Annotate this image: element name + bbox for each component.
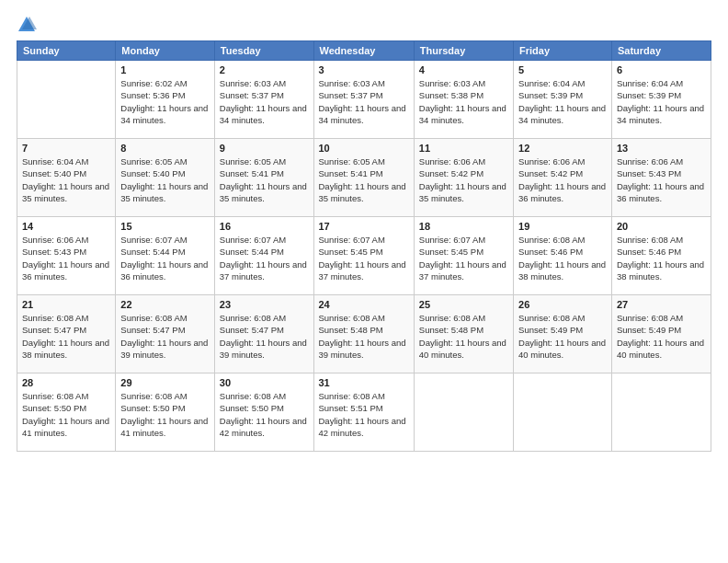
day-detail: Sunrise: 6:08 AMSunset: 5:51 PMDaylight:… — [319, 390, 409, 439]
week-row-3: 14Sunrise: 6:06 AMSunset: 5:43 PMDayligh… — [17, 217, 711, 295]
day-cell: 29Sunrise: 6:08 AMSunset: 5:50 PMDayligh… — [116, 373, 214, 452]
day-number: 10 — [319, 143, 409, 154]
day-number: 22 — [120, 299, 209, 310]
day-detail: Sunrise: 6:04 AMSunset: 5:39 PMDaylight:… — [518, 77, 607, 126]
week-row-5: 28Sunrise: 6:08 AMSunset: 5:50 PMDayligh… — [17, 373, 711, 452]
day-cell: 17Sunrise: 6:07 AMSunset: 5:45 PMDayligh… — [313, 217, 414, 295]
day-detail: Sunrise: 6:06 AMSunset: 5:42 PMDaylight:… — [419, 155, 508, 204]
day-number: 12 — [518, 143, 607, 154]
day-number: 30 — [220, 377, 309, 388]
day-detail: Sunrise: 6:07 AMSunset: 5:44 PMDaylight:… — [220, 234, 309, 282]
day-number: 21 — [22, 299, 110, 310]
day-number: 4 — [419, 64, 508, 75]
header-row: SundayMondayTuesdayWednesdayThursdayFrid… — [17, 41, 711, 61]
day-number: 3 — [319, 64, 409, 75]
day-detail: Sunrise: 6:04 AMSunset: 5:39 PMDaylight:… — [617, 77, 706, 126]
day-cell: 27Sunrise: 6:08 AMSunset: 5:49 PMDayligh… — [611, 295, 711, 373]
day-number: 20 — [617, 221, 706, 232]
day-number: 2 — [220, 64, 309, 75]
day-cell: 22Sunrise: 6:08 AMSunset: 5:47 PMDayligh… — [116, 295, 214, 373]
day-detail: Sunrise: 6:03 AMSunset: 5:37 PMDaylight:… — [319, 77, 409, 126]
day-number: 15 — [120, 221, 209, 232]
day-cell: 5Sunrise: 6:04 AMSunset: 5:39 PMDaylight… — [514, 61, 612, 139]
day-cell — [611, 373, 711, 452]
day-cell: 13Sunrise: 6:06 AMSunset: 5:43 PMDayligh… — [611, 139, 711, 217]
day-number: 27 — [617, 299, 706, 310]
day-cell: 21Sunrise: 6:08 AMSunset: 5:47 PMDayligh… — [17, 295, 116, 373]
day-cell: 24Sunrise: 6:08 AMSunset: 5:48 PMDayligh… — [313, 295, 414, 373]
day-detail: Sunrise: 6:07 AMSunset: 5:45 PMDaylight:… — [319, 234, 409, 282]
logo-icon — [17, 15, 37, 35]
day-detail: Sunrise: 6:08 AMSunset: 5:47 PMDaylight:… — [22, 312, 110, 361]
day-detail: Sunrise: 6:06 AMSunset: 5:42 PMDaylight:… — [518, 155, 607, 204]
day-detail: Sunrise: 6:08 AMSunset: 5:50 PMDaylight:… — [22, 390, 110, 439]
day-detail: Sunrise: 6:02 AMSunset: 5:36 PMDaylight:… — [120, 77, 209, 126]
day-number: 24 — [319, 299, 409, 310]
day-cell: 18Sunrise: 6:07 AMSunset: 5:45 PMDayligh… — [414, 217, 513, 295]
day-detail: Sunrise: 6:08 AMSunset: 5:50 PMDaylight:… — [120, 390, 209, 439]
day-number: 18 — [419, 221, 508, 232]
column-header-tuesday: Tuesday — [214, 41, 313, 61]
column-header-sunday: Sunday — [17, 41, 116, 61]
day-cell — [414, 373, 513, 452]
day-number: 23 — [220, 299, 309, 310]
day-cell: 16Sunrise: 6:07 AMSunset: 5:44 PMDayligh… — [214, 217, 313, 295]
day-cell: 7Sunrise: 6:04 AMSunset: 5:40 PMDaylight… — [17, 139, 116, 217]
day-cell — [17, 61, 116, 139]
day-number: 11 — [419, 143, 508, 154]
day-cell: 14Sunrise: 6:06 AMSunset: 5:43 PMDayligh… — [17, 217, 116, 295]
day-number: 13 — [617, 143, 706, 154]
column-header-friday: Friday — [514, 41, 612, 61]
day-cell: 11Sunrise: 6:06 AMSunset: 5:42 PMDayligh… — [414, 139, 513, 217]
week-row-2: 7Sunrise: 6:04 AMSunset: 5:40 PMDaylight… — [17, 139, 711, 217]
day-number: 16 — [220, 221, 309, 232]
day-detail: Sunrise: 6:08 AMSunset: 5:48 PMDaylight:… — [419, 312, 508, 361]
day-detail: Sunrise: 6:08 AMSunset: 5:46 PMDaylight:… — [617, 234, 706, 282]
day-number: 25 — [419, 299, 508, 310]
calendar-table: SundayMondayTuesdayWednesdayThursdayFrid… — [17, 40, 711, 452]
day-detail: Sunrise: 6:06 AMSunset: 5:43 PMDaylight:… — [22, 234, 110, 282]
week-row-1: 1Sunrise: 6:02 AMSunset: 5:36 PMDaylight… — [17, 61, 711, 139]
day-number: 7 — [22, 143, 110, 154]
day-cell: 30Sunrise: 6:08 AMSunset: 5:50 PMDayligh… — [214, 373, 313, 452]
day-detail: Sunrise: 6:08 AMSunset: 5:47 PMDaylight:… — [220, 312, 309, 361]
day-number: 17 — [319, 221, 409, 232]
day-number: 1 — [120, 64, 209, 75]
day-cell: 12Sunrise: 6:06 AMSunset: 5:42 PMDayligh… — [514, 139, 612, 217]
day-detail: Sunrise: 6:05 AMSunset: 5:40 PMDaylight:… — [120, 155, 209, 204]
day-cell: 6Sunrise: 6:04 AMSunset: 5:39 PMDaylight… — [611, 61, 711, 139]
day-detail: Sunrise: 6:08 AMSunset: 5:49 PMDaylight:… — [518, 312, 607, 361]
day-number: 29 — [120, 377, 209, 388]
day-detail: Sunrise: 6:08 AMSunset: 5:48 PMDaylight:… — [319, 312, 409, 361]
day-number: 8 — [120, 143, 209, 154]
day-detail: Sunrise: 6:05 AMSunset: 5:41 PMDaylight:… — [220, 155, 309, 204]
day-cell: 4Sunrise: 6:03 AMSunset: 5:38 PMDaylight… — [414, 61, 513, 139]
column-header-saturday: Saturday — [611, 41, 711, 61]
day-detail: Sunrise: 6:08 AMSunset: 5:46 PMDaylight:… — [518, 234, 607, 282]
day-number: 6 — [617, 64, 706, 75]
day-number: 14 — [22, 221, 110, 232]
day-detail: Sunrise: 6:08 AMSunset: 5:49 PMDaylight:… — [617, 312, 706, 361]
day-cell: 31Sunrise: 6:08 AMSunset: 5:51 PMDayligh… — [313, 373, 414, 452]
day-detail: Sunrise: 6:05 AMSunset: 5:41 PMDaylight:… — [319, 155, 409, 204]
day-number: 19 — [518, 221, 607, 232]
day-number: 31 — [319, 377, 409, 388]
day-cell: 23Sunrise: 6:08 AMSunset: 5:47 PMDayligh… — [214, 295, 313, 373]
day-detail: Sunrise: 6:03 AMSunset: 5:38 PMDaylight:… — [419, 77, 508, 126]
day-detail: Sunrise: 6:04 AMSunset: 5:40 PMDaylight:… — [22, 155, 110, 204]
day-cell: 9Sunrise: 6:05 AMSunset: 5:41 PMDaylight… — [214, 139, 313, 217]
day-detail: Sunrise: 6:08 AMSunset: 5:50 PMDaylight:… — [220, 390, 309, 439]
day-cell: 1Sunrise: 6:02 AMSunset: 5:36 PMDaylight… — [116, 61, 214, 139]
day-number: 26 — [518, 299, 607, 310]
day-cell: 15Sunrise: 6:07 AMSunset: 5:44 PMDayligh… — [116, 217, 214, 295]
day-cell — [514, 373, 612, 452]
day-cell: 8Sunrise: 6:05 AMSunset: 5:40 PMDaylight… — [116, 139, 214, 217]
header — [17, 15, 711, 35]
day-cell: 2Sunrise: 6:03 AMSunset: 5:37 PMDaylight… — [214, 61, 313, 139]
day-number: 5 — [518, 64, 607, 75]
day-number: 28 — [22, 377, 110, 388]
day-detail: Sunrise: 6:07 AMSunset: 5:45 PMDaylight:… — [419, 234, 508, 282]
day-cell: 26Sunrise: 6:08 AMSunset: 5:49 PMDayligh… — [514, 295, 612, 373]
day-cell: 3Sunrise: 6:03 AMSunset: 5:37 PMDaylight… — [313, 61, 414, 139]
day-cell: 19Sunrise: 6:08 AMSunset: 5:46 PMDayligh… — [514, 217, 612, 295]
